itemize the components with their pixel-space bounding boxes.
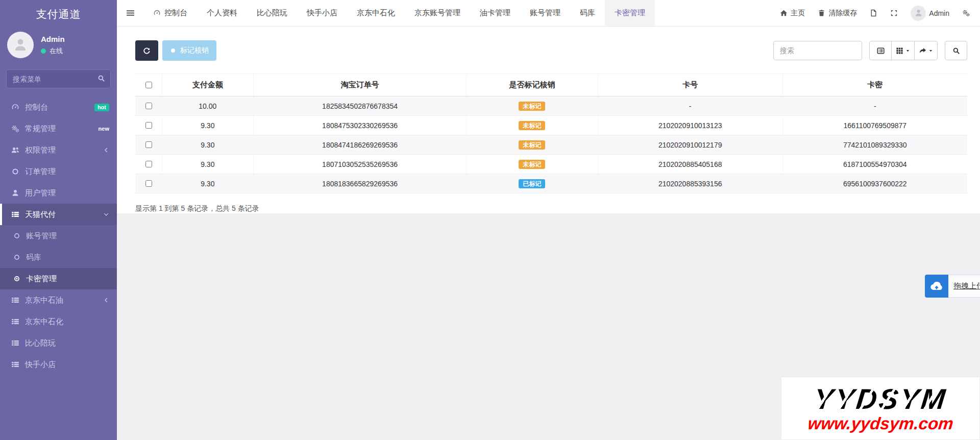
tab-label: 控制台 [164, 8, 187, 18]
row-checkbox[interactable] [145, 180, 152, 187]
column-header[interactable]: 淘宝订单号 [253, 74, 466, 96]
tab-label: 京东账号管理 [414, 8, 460, 18]
tab-card-secret[interactable]: 卡密管理 [605, 0, 655, 26]
sidebar-item-orders[interactable]: 订单管理 [0, 161, 117, 182]
tab-jd-sinopec[interactable]: 京东中石化 [347, 0, 405, 26]
select-all-checkbox[interactable] [145, 82, 152, 88]
search-button[interactable] [945, 41, 967, 60]
tab-bar: 控制台个人资料比心陪玩快手小店京东中石化京东账号管理油卡管理账号管理码库卡密管理 [143, 0, 780, 26]
row-checkbox[interactable] [145, 103, 152, 109]
tab-oil-card[interactable]: 油卡管理 [470, 0, 520, 26]
chevron-left-icon [103, 147, 109, 153]
column-header[interactable]: 支付金额 [162, 74, 253, 96]
export-dropdown-button[interactable] [914, 41, 938, 60]
sidebar-item-label: 卡密管理 [26, 274, 109, 284]
circle-icon [170, 47, 176, 54]
tab-account-manage[interactable]: 账号管理 [520, 0, 570, 26]
columns-dropdown-button[interactable] [891, 41, 915, 60]
circle-icon [13, 254, 20, 261]
watermark: YYDSYM www.yydsym.com [781, 377, 980, 440]
cogs-icon [11, 125, 19, 133]
tab-code-bank[interactable]: 码库 [570, 0, 605, 26]
tab-label: 快手小店 [307, 8, 337, 18]
circle-icon [13, 232, 20, 239]
sidebar-item-card-secret[interactable]: 卡密管理 [0, 268, 117, 289]
menu-search-input[interactable] [6, 69, 111, 88]
tab-label: 比心陪玩 [257, 8, 287, 18]
tab-bixin[interactable]: 比心陪玩 [247, 0, 297, 26]
user-panel: Admin 在线 [0, 26, 117, 65]
sidebar-item-label: 控制台 [25, 103, 94, 112]
sidebar-item-jd-cnpc[interactable]: 京东中石油 [0, 289, 117, 311]
card-number-cell: - [598, 96, 782, 116]
fullscreen-button[interactable] [890, 9, 898, 17]
sidebar-item-general[interactable]: 常规管理new [0, 118, 117, 139]
list-icon [11, 339, 19, 347]
table-row: 9.30 1808474186269269536 未标记 21020209100… [135, 135, 967, 155]
export-icon [919, 47, 926, 55]
hamburger-icon [126, 9, 135, 17]
user-menu[interactable]: Admin [911, 6, 949, 21]
sidebar-item-kuaishou[interactable]: 快手小店 [0, 354, 117, 375]
table-panel: 标记核销 支付金额淘宝订单号是否标记核销卡号卡密 10.00 182583450… [117, 26, 980, 213]
sidebar-item-permission[interactable]: 权限管理 [0, 139, 117, 161]
row-checkbox[interactable] [145, 161, 152, 167]
row-checkbox[interactable] [145, 141, 152, 148]
document-button[interactable] [870, 9, 877, 17]
gear-icon [962, 9, 970, 17]
tab-profile[interactable]: 个人资料 [197, 0, 247, 26]
sidebar-menu: 控制台hot 常规管理new 权限管理 订单管理 用户管理 天猫代付 账号管理 … [0, 96, 117, 375]
tab-jd-account[interactable]: 京东账号管理 [405, 0, 470, 26]
column-header[interactable]: 卡号 [598, 74, 782, 96]
tab-kuaishou[interactable]: 快手小店 [297, 0, 347, 26]
watermark-url: www.yydsym.com [807, 415, 954, 432]
sidebar-item-bixin[interactable]: 比心陪玩 [0, 332, 117, 354]
toggle-view-button[interactable] [869, 41, 892, 60]
table-row: 10.00 1825834502876678354 未标记 - - [135, 96, 967, 116]
pagination-summary: 显示第 1 到第 5 条记录，总共 5 条记录 [135, 204, 967, 213]
upload-button[interactable] [925, 275, 948, 298]
search-icon[interactable] [97, 75, 105, 82]
card-secret-cell: 7742101089329330 [782, 135, 967, 155]
settings-button[interactable] [962, 9, 970, 17]
list-icon [11, 317, 19, 326]
tab-label: 个人资料 [207, 8, 237, 18]
row-select-cell [135, 135, 162, 155]
status-badge: 未标记 [519, 102, 545, 111]
row-select-cell [135, 96, 162, 116]
user-icon [11, 189, 19, 197]
sidebar-item-tmall-pay[interactable]: 天猫代付 [0, 204, 117, 225]
dot-circle-icon [13, 275, 20, 282]
caret-down-icon [928, 48, 933, 53]
list-icon [11, 296, 19, 304]
sidebar-item-users[interactable]: 用户管理 [0, 182, 117, 204]
table-search-input[interactable] [773, 41, 862, 60]
sidebar-item-code-bank[interactable]: 码库 [0, 247, 117, 268]
avatar[interactable] [7, 32, 34, 58]
column-header[interactable]: 卡密 [782, 74, 967, 96]
grid-icon [896, 47, 903, 55]
refresh-icon [143, 47, 151, 55]
status-badge: 未标记 [519, 160, 545, 169]
menu-toggle-button[interactable] [117, 0, 143, 26]
tab-label: 码库 [580, 8, 595, 18]
sidebar-item-console[interactable]: 控制台hot [0, 96, 117, 118]
status-badge: 未标记 [519, 121, 545, 130]
row-checkbox[interactable] [145, 122, 152, 129]
tab-console[interactable]: 控制台 [143, 0, 197, 26]
sidebar-item-jd-sinopec[interactable]: 京东中石化 [0, 311, 117, 332]
sidebar-item-label: 订单管理 [25, 167, 109, 177]
refresh-button[interactable] [135, 40, 158, 61]
column-header[interactable]: 是否标记核销 [467, 74, 598, 96]
mark-writeoff-button[interactable]: 标记核销 [162, 40, 216, 61]
tab-label: 卡密管理 [615, 8, 645, 18]
home-link[interactable]: 主页 [780, 9, 805, 18]
drag-upload-label[interactable]: 拖拽上传 [948, 275, 980, 298]
records-table: 支付金额淘宝订单号是否标记核销卡号卡密 10.00 18258345028766… [135, 74, 967, 193]
navbar-right: 主页 清除缓存 Admin [780, 0, 980, 26]
sidebar-item-account-manage[interactable]: 账号管理 [0, 225, 117, 247]
clear-cache-link[interactable]: 清除缓存 [818, 9, 857, 18]
row-select-cell [135, 116, 162, 135]
amount-cell: 10.00 [162, 96, 253, 116]
sidebar-item-label: 快手小店 [25, 360, 109, 370]
